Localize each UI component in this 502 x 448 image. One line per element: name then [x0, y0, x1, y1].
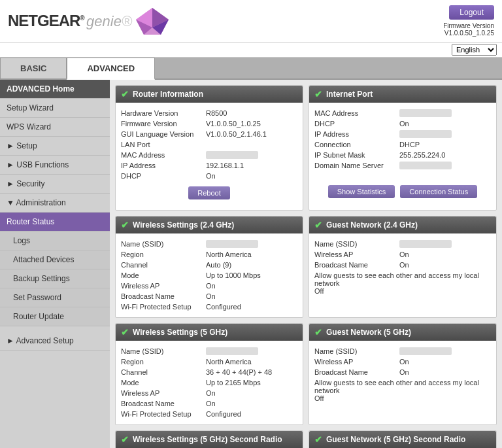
sidebar-item-advanced-home[interactable]: ADVANCED Home — [0, 80, 110, 99]
logout-button[interactable]: Logout — [449, 5, 494, 20]
router-actions: Reboot — [121, 181, 297, 205]
wireless-5-second-header: ✔ Wireless Settings (5 GHz) Second Radio — [116, 431, 303, 448]
wireless-5-header: ✔ Wireless Settings (5 GHz) — [116, 324, 303, 341]
logout-area: Logout — [443, 5, 494, 22]
internet-row-subnet: IP Subnet Mask 255.255.224.0 — [314, 150, 491, 160]
guest-5-title: Guest Network (5 GHz) — [326, 328, 411, 337]
sidebar-item-router-status[interactable]: Router Status — [0, 213, 110, 232]
brand-logo: NETGEAR® genie® — [8, 12, 132, 30]
wireless-5-body: Name (SSID) RegionNorth America Channel3… — [116, 341, 303, 424]
internet-port-title: Internet Port — [326, 90, 373, 99]
main-layout: ADVANCED Home Setup Wizard WPS Wizard ► … — [0, 80, 502, 448]
guest-5-check-icon: ✔ — [314, 327, 322, 337]
header: NETGEAR® genie® Logout Firmware Version … — [0, 0, 502, 43]
sidebar: ADVANCED Home Setup Wizard WPS Wizard ► … — [0, 80, 110, 448]
firmware-version: V1.0.0.50_1.0.25 — [444, 29, 494, 37]
router-row-mac: MAC Address — [121, 150, 297, 160]
internet-row-mac: MAC Address — [314, 108, 491, 118]
sidebar-item-wps-wizard[interactable]: WPS Wizard — [0, 118, 110, 137]
router-info-title: Router Information — [133, 90, 203, 99]
sidebar-item-setup-wizard[interactable]: Setup Wizard — [0, 99, 110, 118]
internet-row-dns: Domain Name Server — [314, 160, 491, 171]
wireless-5-check-icon: ✔ — [121, 327, 129, 337]
router-row-fw: Firmware Version V1.0.0.50_1.0.25 — [121, 118, 297, 129]
guest-24-title: Guest Network (2.4 GHz) — [326, 220, 418, 230]
router-info-body: Hardware Version R8500 Firmware Version … — [116, 103, 303, 210]
content-area: ✔ Router Information Hardware Version R8… — [110, 80, 502, 448]
genie-brand: genie® — [86, 13, 132, 29]
guest-5-second-title: Guest Network (5 GHz) Second Radio — [326, 435, 465, 444]
sidebar-item-administration[interactable]: ▼ Administration — [0, 194, 110, 213]
guest-24-card: ✔ Guest Network (2.4 GHz) Name (SSID) Wi… — [309, 216, 497, 318]
router-row-dhcp: DHCP On — [121, 171, 297, 181]
firmware-info: Firmware Version V1.0.0.50_1.0.25 — [443, 22, 494, 37]
firmware-label: Firmware Version — [443, 22, 494, 29]
router-check-icon: ✔ — [121, 89, 129, 99]
sidebar-item-backup-settings[interactable]: Backup Settings — [0, 269, 110, 288]
internet-port-header: ✔ Internet Port — [309, 86, 496, 103]
internet-row-dhcp: DHCP On — [314, 118, 491, 129]
wireless-24-body: Name (SSID) RegionNorth America ChannelA… — [116, 233, 303, 317]
guest-5-header: ✔ Guest Network (5 GHz) — [309, 324, 496, 341]
internet-port-card: ✔ Internet Port MAC Address DHCP On IP A… — [309, 85, 497, 211]
wireless-24-header: ✔ Wireless Settings (2.4 GHz) — [116, 216, 303, 233]
internet-actions: Show Statistics Connection Status — [314, 180, 491, 203]
guest-24-header: ✔ Guest Network (2.4 GHz) — [309, 216, 496, 233]
header-right: Logout Firmware Version V1.0.0.50_1.0.25 — [443, 5, 494, 37]
guest-5-second-header: ✔ Guest Network (5 GHz) Second Radio — [309, 431, 496, 448]
sidebar-item-logs[interactable]: Logs — [0, 232, 110, 250]
wireless-24-card: ✔ Wireless Settings (2.4 GHz) Name (SSID… — [115, 216, 303, 318]
guest-5-body: Name (SSID) Wireless APOn Broadcast Name… — [309, 341, 496, 409]
wireless-5-title: Wireless Settings (5 GHz) — [133, 328, 227, 337]
sidebar-item-advanced-setup[interactable]: ► Advanced Setup — [0, 332, 110, 351]
connection-status-button[interactable]: Connection Status — [400, 185, 477, 198]
tab-advanced[interactable]: ADVANCED — [67, 58, 155, 80]
sidebar-item-usb-functions[interactable]: ► USB Functions — [0, 156, 110, 175]
sidebar-item-security[interactable]: ► Security — [0, 175, 110, 194]
router-row-hw: Hardware Version R8500 — [121, 108, 297, 118]
wireless-5-second-check-icon: ✔ — [121, 434, 129, 445]
router-row-lan: LAN Port — [121, 139, 297, 150]
diamond-logo — [135, 7, 171, 36]
language-select[interactable]: English Español Français Deutsch — [452, 44, 497, 56]
wireless-5-card: ✔ Wireless Settings (5 GHz) Name (SSID) … — [115, 323, 303, 425]
router-info-card: ✔ Router Information Hardware Version R8… — [115, 85, 303, 211]
router-row-ip: IP Address 192.168.1.1 — [121, 160, 297, 171]
wireless-24-check-icon: ✔ — [121, 220, 129, 230]
internet-check-icon: ✔ — [314, 89, 322, 99]
sidebar-item-setup[interactable]: ► Setup — [0, 137, 110, 156]
wireless-24-grid: ✔ Wireless Settings (2.4 GHz) Name (SSID… — [115, 216, 497, 318]
guest-5-second-card: ✔ Guest Network (5 GHz) Second Radio Nam… — [309, 430, 497, 448]
netgear-brand: NETGEAR® — [8, 12, 84, 29]
wireless-24-title: Wireless Settings (2.4 GHz) — [133, 220, 234, 230]
wireless-5-second-card: ✔ Wireless Settings (5 GHz) Second Radio… — [115, 430, 303, 448]
guest-24-body: Name (SSID) Wireless APOn Broadcast Name… — [309, 233, 496, 302]
guest-24-check-icon: ✔ — [314, 220, 322, 230]
sidebar-item-set-password[interactable]: Set Password — [0, 288, 110, 307]
internet-row-conn: Connection DHCP — [314, 139, 491, 150]
router-info-header: ✔ Router Information — [116, 86, 303, 103]
tab-bar: BASIC ADVANCED — [0, 58, 502, 80]
sidebar-item-router-update[interactable]: Router Update — [0, 307, 110, 326]
router-row-gui: GUI Language Version V1.0.0.50_2.1.46.1 — [121, 129, 297, 139]
sidebar-item-attached-devices[interactable]: Attached Devices — [0, 250, 110, 269]
show-statistics-button[interactable]: Show Statistics — [328, 185, 395, 198]
language-row: English Español Français Deutsch — [0, 43, 502, 58]
tab-basic[interactable]: BASIC — [0, 58, 67, 78]
guest-5-card: ✔ Guest Network (5 GHz) Name (SSID) Wire… — [309, 323, 497, 425]
wireless-5-second-grid: ✔ Wireless Settings (5 GHz) Second Radio… — [115, 430, 497, 448]
internet-port-body: MAC Address DHCP On IP Address Conne — [309, 103, 496, 209]
internet-row-ip: IP Address — [314, 129, 491, 139]
wireless-5-second-title: Wireless Settings (5 GHz) Second Radio — [133, 435, 282, 444]
guest-5-second-check-icon: ✔ — [314, 434, 322, 445]
reboot-button[interactable]: Reboot — [188, 186, 229, 199]
wireless-5-grid: ✔ Wireless Settings (5 GHz) Name (SSID) … — [115, 323, 497, 425]
logo-area: NETGEAR® genie® — [8, 7, 171, 36]
top-cards-grid: ✔ Router Information Hardware Version R8… — [115, 85, 497, 211]
